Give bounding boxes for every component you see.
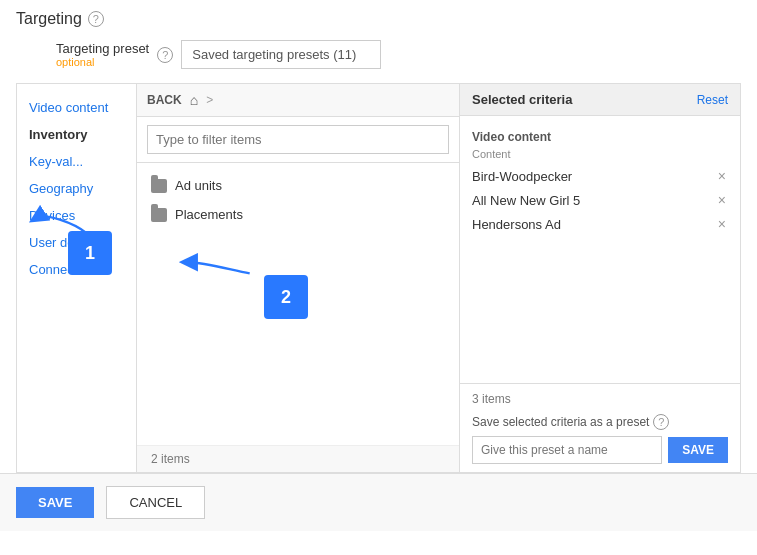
right-panel: Selected criteria Reset Video content Co… xyxy=(460,84,740,472)
preset-dropdown[interactable]: Saved targeting presets (11) xyxy=(181,40,381,69)
bottom-bar: SAVE CANCEL xyxy=(0,473,757,531)
right-items-count: 3 items xyxy=(472,392,728,406)
criteria-item-2-label: All New New Girl 5 xyxy=(472,193,580,208)
main-content: Video content Inventory Key-val... Geogr… xyxy=(16,83,741,473)
criteria-item-3-label: Hendersons Ad xyxy=(472,217,561,232)
breadcrumb-separator: > xyxy=(206,93,213,107)
criteria-category: Video content xyxy=(472,130,728,144)
center-toolbar: BACK ⌂ > xyxy=(137,84,459,117)
sidebar-item-key-values[interactable]: Key-val... xyxy=(17,148,136,175)
cancel-button[interactable]: CANCEL xyxy=(106,486,205,519)
right-panel-header: Selected criteria Reset xyxy=(460,84,740,116)
preset-name-input[interactable] xyxy=(472,436,662,464)
selected-criteria-title: Selected criteria xyxy=(472,92,572,107)
preset-help-icon[interactable]: ? xyxy=(157,47,173,63)
criteria-section: Video content Content Bird-Woodpecker × … xyxy=(460,116,740,383)
right-footer: 3 items Save selected criteria as a pres… xyxy=(460,383,740,472)
list-item-placements-label: Placements xyxy=(175,207,243,222)
back-button[interactable]: BACK xyxy=(147,93,182,107)
home-icon[interactable]: ⌂ xyxy=(190,92,198,108)
save-preset-row: SAVE xyxy=(472,436,728,464)
save-preset-button[interactable]: SAVE xyxy=(668,437,728,463)
criteria-item-3: Hendersons Ad × xyxy=(472,212,728,236)
list-item-ad-units-label: Ad units xyxy=(175,178,222,193)
preset-optional: optional xyxy=(56,56,95,68)
filter-input[interactable] xyxy=(147,125,449,154)
list-item-placements[interactable]: Placements xyxy=(137,200,459,229)
criteria-item-2: All New New Girl 5 × xyxy=(472,188,728,212)
folder-icon-placements xyxy=(151,208,167,222)
save-preset-label: Save selected criteria as a preset ? xyxy=(472,414,728,430)
filter-input-row xyxy=(137,117,459,163)
page-title: Targeting xyxy=(16,10,82,28)
title-help-icon[interactable]: ? xyxy=(88,11,104,27)
save-button[interactable]: SAVE xyxy=(16,487,94,518)
sidebar-item-video-content[interactable]: Video content xyxy=(17,94,136,121)
criteria-item-1-label: Bird-Woodpecker xyxy=(472,169,572,184)
preset-label-text: Targeting preset xyxy=(56,41,149,56)
save-preset-help-icon[interactable]: ? xyxy=(653,414,669,430)
sidebar-item-inventory[interactable]: Inventory xyxy=(17,121,136,148)
center-items-count: 2 items xyxy=(137,445,459,472)
list-item-ad-units[interactable]: Ad units xyxy=(137,171,459,200)
remove-item-3-button[interactable]: × xyxy=(716,216,728,232)
remove-item-1-button[interactable]: × xyxy=(716,168,728,184)
criteria-subcategory: Content xyxy=(472,148,728,160)
folder-icon-ad-units xyxy=(151,179,167,193)
annotation-1: 1 xyxy=(68,231,112,275)
annotation-2: 2 xyxy=(264,275,308,319)
reset-button[interactable]: Reset xyxy=(697,93,728,107)
remove-item-2-button[interactable]: × xyxy=(716,192,728,208)
sidebar-item-geography[interactable]: Geography xyxy=(17,175,136,202)
sidebar: Video content Inventory Key-val... Geogr… xyxy=(17,84,137,472)
criteria-item-1: Bird-Woodpecker × xyxy=(472,164,728,188)
sidebar-item-devices[interactable]: Devices xyxy=(17,202,136,229)
